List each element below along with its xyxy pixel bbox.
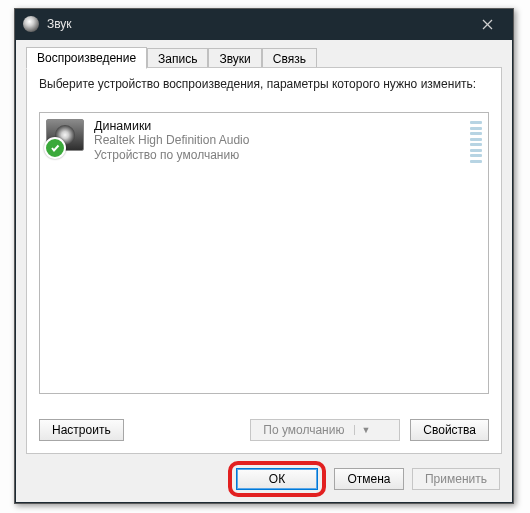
device-list[interactable]: Динамики Realtek High Definition Audio У… xyxy=(39,112,489,394)
properties-button[interactable]: Свойства xyxy=(410,419,489,441)
close-icon xyxy=(482,19,493,30)
chevron-down-icon: ▼ xyxy=(354,425,370,435)
device-item[interactable]: Динамики Realtek High Definition Audio У… xyxy=(40,113,488,169)
device-icon-wrap xyxy=(46,119,86,157)
tab-panel-playback: Выберите устройство воспроизведения, пар… xyxy=(26,67,502,454)
tab-communications[interactable]: Связь xyxy=(262,48,317,69)
default-check-icon xyxy=(44,137,66,159)
device-driver: Realtek High Definition Audio xyxy=(94,133,249,148)
apply-button: Применить xyxy=(412,468,500,490)
sound-app-icon xyxy=(23,16,39,32)
device-status: Устройство по умолчанию xyxy=(94,148,249,163)
tab-strip: Воспроизведение Запись Звуки Связь xyxy=(26,46,317,68)
dialog-buttons-row: ОК Отмена Применить xyxy=(16,456,512,502)
client-area: Воспроизведение Запись Звуки Связь Выбер… xyxy=(16,40,512,502)
tab-sounds[interactable]: Звуки xyxy=(208,48,261,69)
device-text: Динамики Realtek High Definition Audio У… xyxy=(94,119,249,163)
instruction-text: Выберите устройство воспроизведения, пар… xyxy=(39,76,489,92)
configure-button[interactable]: Настроить xyxy=(39,419,124,441)
set-default-button: По умолчанию ▼ xyxy=(250,419,400,441)
set-default-label: По умолчанию xyxy=(263,423,344,437)
titlebar[interactable]: Звук xyxy=(15,9,513,39)
tab-recording[interactable]: Запись xyxy=(147,48,208,69)
ok-button[interactable]: ОК xyxy=(236,468,318,490)
cancel-button[interactable]: Отмена xyxy=(334,468,404,490)
device-controls-row: Настроить По умолчанию ▼ Свойства xyxy=(39,417,489,443)
sound-dialog: Звук Воспроизведение Запись Звуки Связь … xyxy=(14,8,514,504)
level-meter xyxy=(470,121,482,163)
tab-playback[interactable]: Воспроизведение xyxy=(26,47,147,69)
ok-highlight: ОК xyxy=(228,461,326,497)
window-title: Звук xyxy=(47,17,467,31)
device-name: Динамики xyxy=(94,119,249,133)
close-button[interactable] xyxy=(467,9,507,39)
